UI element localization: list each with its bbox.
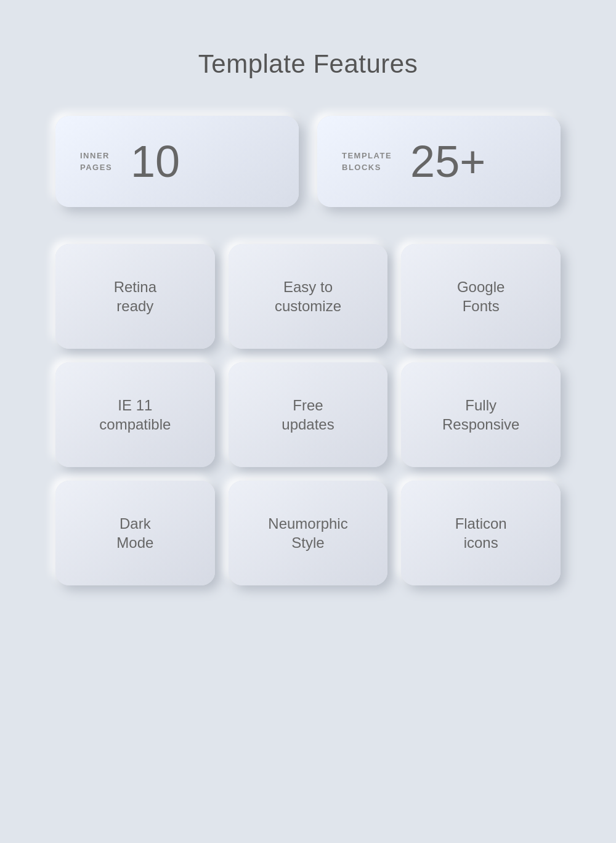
feature-label-free-updates: Freeupdates (282, 396, 334, 434)
stat-label-template-blocks: TEMPLATEBLOCKS (342, 150, 392, 174)
stat-label-inner-pages: INNERPAGES (80, 150, 112, 174)
feature-label-retina-ready: Retinaready (114, 277, 156, 316)
feature-card-retina-ready: Retinaready (55, 244, 215, 349)
feature-label-google-fonts: GoogleFonts (457, 277, 505, 316)
feature-label-fully-responsive: FullyResponsive (442, 396, 519, 434)
feature-card-easy-to-customize: Easy tocustomize (229, 244, 388, 349)
feature-label-easy-to-customize: Easy tocustomize (275, 277, 341, 316)
feature-card-fully-responsive: FullyResponsive (401, 362, 561, 467)
stat-card-template-blocks: TEMPLATEBLOCKS 25+ (317, 116, 561, 207)
stat-value-inner-pages: 10 (131, 139, 180, 184)
feature-label-dark-mode: DarkMode (116, 514, 153, 552)
feature-label-neumorphic-style: NeumorphicStyle (268, 514, 347, 552)
page-title: Template Features (198, 49, 418, 79)
feature-card-dark-mode: DarkMode (55, 481, 215, 585)
feature-card-flaticon-icons: Flaticonicons (401, 481, 561, 585)
feature-card-neumorphic-style: NeumorphicStyle (229, 481, 388, 585)
stat-card-inner-pages: INNERPAGES 10 (55, 116, 299, 207)
feature-label-flaticon-icons: Flaticonicons (455, 514, 507, 552)
stats-row: INNERPAGES 10 TEMPLATEBLOCKS 25+ (55, 116, 561, 207)
feature-label-ie11-compatible: IE 11compatible (99, 396, 171, 434)
features-grid: Retinaready Easy tocustomize GoogleFonts… (55, 244, 561, 585)
stat-value-template-blocks: 25+ (410, 139, 485, 184)
feature-card-ie11-compatible: IE 11compatible (55, 362, 215, 467)
feature-card-free-updates: Freeupdates (229, 362, 388, 467)
feature-card-google-fonts: GoogleFonts (401, 244, 561, 349)
